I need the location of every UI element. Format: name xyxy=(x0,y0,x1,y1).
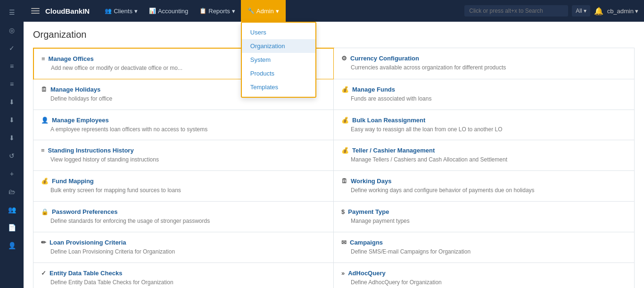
payment-dollar-icon: $ xyxy=(341,208,345,215)
card-manage-funds[interactable]: 💰 Manage Funds Funds are associated with… xyxy=(334,79,634,110)
sidebar-icon-download2[interactable]: ⬇ xyxy=(3,111,20,128)
card-title-standing-instructions: ≡ Standing Instructions History xyxy=(41,147,326,154)
working-days-icon: 🗓 xyxy=(341,178,347,185)
card-desc-currency-config: Currencies available across organization… xyxy=(341,64,627,72)
card-title-bulk-loan-reassign: 💰 Bulk Loan Reassignment xyxy=(341,117,627,124)
dropdown-item-system[interactable]: System xyxy=(242,53,315,67)
card-title-entity-data-checks: ✓ Entity Data Table Checks xyxy=(41,270,326,277)
chevron-down-icon-admin: ▾ xyxy=(276,8,279,15)
sidebar-icon-check[interactable]: ✓ xyxy=(3,40,20,57)
sidebar-icon-list2[interactable]: ≡ xyxy=(3,76,20,93)
nav-clients[interactable]: 👥 Clients ▾ xyxy=(99,0,143,22)
admin-dropdown: Users Organization System Products Templ… xyxy=(241,22,316,98)
page-title: Organization xyxy=(33,29,635,40)
sidebar-hamburger[interactable]: ☰ xyxy=(3,4,20,21)
card-teller-cashier[interactable]: 💰 Teller / Cashier Management Manage Tel… xyxy=(334,140,634,171)
bulk-loan-icon: 💰 xyxy=(341,117,349,124)
top-navbar: CloudBankIN 👥 Clients ▾ 📊 Accounting 📋 R… xyxy=(24,0,644,22)
chevron-down-icon-user: ▾ xyxy=(635,8,638,15)
entity-check-icon: ✓ xyxy=(41,270,46,277)
card-desc-campaigns: Define SMS/E-mail Campaigns for Organiza… xyxy=(341,248,627,256)
username-label: cb_admin xyxy=(607,8,634,15)
sidebar-icon-group[interactable]: 👥 xyxy=(3,201,20,218)
card-desc-password-prefs: Define standards for enforcing the usage… xyxy=(41,217,326,225)
card-desc-entity-data-checks: Define Entity Data Table Checks for Orga… xyxy=(41,279,326,287)
notification-bell-icon[interactable]: 🔔 xyxy=(594,7,603,16)
brand-logo: CloudBankIN xyxy=(45,7,90,15)
card-currency-config[interactable]: ⚙ Currency Configuration Currencies avai… xyxy=(334,48,634,79)
chevron-down-icon-search: ▾ xyxy=(584,8,586,14)
card-title-fund-mapping: 💰 Fund Mapping xyxy=(41,178,326,185)
sidebar-icon-plus[interactable]: + xyxy=(3,165,20,182)
card-desc-working-days: Define working days and configure behavi… xyxy=(341,186,627,195)
nav-reports[interactable]: 📋 Reports ▾ xyxy=(194,0,241,22)
card-title-loan-provisioning: ✏ Loan Provisioning Criteria xyxy=(41,239,326,246)
sidebar-icon-user[interactable]: 👤 xyxy=(3,237,20,254)
campaigns-email-icon: ✉ xyxy=(341,239,347,246)
reports-icon: 📋 xyxy=(199,8,206,14)
dropdown-item-templates[interactable]: Templates xyxy=(242,80,315,94)
organization-cards-grid: ≡ Manage Offices Add new office or modif… xyxy=(33,48,635,288)
clients-icon: 👥 xyxy=(105,8,112,14)
currency-gear-icon: ⚙ xyxy=(341,55,347,62)
card-desc-teller-cashier: Manage Tellers / Cashiers and Cash Alloc… xyxy=(341,156,627,164)
adhoc-query-icon: » xyxy=(341,270,345,277)
nav-admin-container: 🔧 Admin ▾ Users Organization System Prod… xyxy=(241,0,286,22)
card-desc-adhoc-query: Define AdhocQuery for Organization xyxy=(341,279,627,287)
chevron-down-icon: ▾ xyxy=(134,8,138,15)
page-content: Organization ≡ Manage Offices Add new of… xyxy=(24,22,644,288)
sidebar-icon-download3[interactable]: ⬇ xyxy=(3,129,20,146)
card-fund-mapping[interactable]: 💰 Fund Mapping Bulk entry screen for map… xyxy=(33,171,334,202)
card-title-working-days: 🗓 Working Days xyxy=(341,178,627,185)
card-working-days[interactable]: 🗓 Working Days Define working days and c… xyxy=(334,171,634,202)
card-loan-provisioning[interactable]: ✏ Loan Provisioning Criteria Define Loan… xyxy=(33,232,334,263)
chevron-down-icon-reports: ▾ xyxy=(232,8,235,15)
card-adhoc-query[interactable]: » AdHocQuery Define AdhocQuery for Organ… xyxy=(334,263,634,288)
funds-icon: 💰 xyxy=(341,86,349,93)
hamburger-menu[interactable] xyxy=(29,6,41,16)
sidebar-icon-target[interactable]: ◎ xyxy=(3,22,20,39)
card-title-manage-employees: 👤 Manage Employees xyxy=(41,117,326,124)
card-title-manage-funds: 💰 Manage Funds xyxy=(341,86,627,93)
card-standing-instructions[interactable]: ≡ Standing Instructions History View log… xyxy=(33,140,334,171)
sidebar-icon-list1[interactable]: ≡ xyxy=(3,58,20,75)
card-payment-type[interactable]: $ Payment Type Manage payment types xyxy=(334,202,634,232)
search-all-button[interactable]: All ▾ xyxy=(572,5,590,17)
password-lock-icon: 🔒 xyxy=(41,208,49,215)
card-campaigns[interactable]: ✉ Campaigns Define SMS/E-mail Campaigns … xyxy=(334,232,634,263)
sidebar-icon-refresh[interactable]: ↺ xyxy=(3,147,20,164)
card-bulk-loan-reassign[interactable]: 💰 Bulk Loan Reassignment Easy way to rea… xyxy=(334,110,634,141)
nav-accounting[interactable]: 📊 Accounting xyxy=(143,0,194,22)
card-title-currency-config: ⚙ Currency Configuration xyxy=(341,55,627,62)
sidebar-icon-download1[interactable]: ⬇ xyxy=(3,93,20,110)
employees-icon: 👤 xyxy=(41,117,49,124)
card-desc-fund-mapping: Bulk entry screen for mapping fund sourc… xyxy=(41,186,326,195)
card-title-password-prefs: 🔒 Password Preferences xyxy=(41,208,326,215)
card-desc-manage-employees: A employee represents loan officers with… xyxy=(41,126,326,134)
search-input[interactable] xyxy=(464,5,568,17)
card-entity-data-checks[interactable]: ✓ Entity Data Table Checks Define Entity… xyxy=(33,263,334,288)
sidebar-icon-doc[interactable]: 📄 xyxy=(3,219,20,236)
navbar-right: All ▾ 🔔 cb_admin ▾ xyxy=(464,5,638,17)
standing-instructions-icon: ≡ xyxy=(41,147,45,154)
user-menu[interactable]: cb_admin ▾ xyxy=(607,8,638,15)
sidebar-icon-folder[interactable]: 🗁 xyxy=(3,183,20,200)
left-sidebar: ☰ ◎ ✓ ≡ ≡ ⬇ ⬇ ⬇ ↺ + 🗁 👥 📄 👤 xyxy=(0,0,24,288)
offices-icon: ≡ xyxy=(41,55,45,62)
card-desc-standing-instructions: View logged history of standing instruct… xyxy=(41,156,326,164)
nav-admin[interactable]: 🔧 Admin ▾ xyxy=(241,0,286,22)
dropdown-item-organization[interactable]: Organization xyxy=(242,39,315,53)
loan-provisioning-icon: ✏ xyxy=(41,239,46,246)
card-desc-payment-type: Manage payment types xyxy=(341,217,627,225)
fund-mapping-icon: 💰 xyxy=(41,178,49,185)
dropdown-item-products[interactable]: Products xyxy=(242,67,315,80)
card-password-prefs[interactable]: 🔒 Password Preferences Define standards … xyxy=(33,202,334,232)
teller-icon: 💰 xyxy=(341,147,349,154)
main-area: CloudBankIN 👥 Clients ▾ 📊 Accounting 📋 R… xyxy=(24,0,644,288)
card-title-payment-type: $ Payment Type xyxy=(341,208,627,215)
card-desc-bulk-loan-reassign: Easy way to reassign all the loan from o… xyxy=(341,126,627,134)
dropdown-item-users[interactable]: Users xyxy=(242,25,315,39)
card-manage-employees[interactable]: 👤 Manage Employees A employee represents… xyxy=(33,110,334,141)
admin-wrench-icon: 🔧 xyxy=(248,8,255,14)
holidays-icon: 🗓 xyxy=(41,86,47,93)
